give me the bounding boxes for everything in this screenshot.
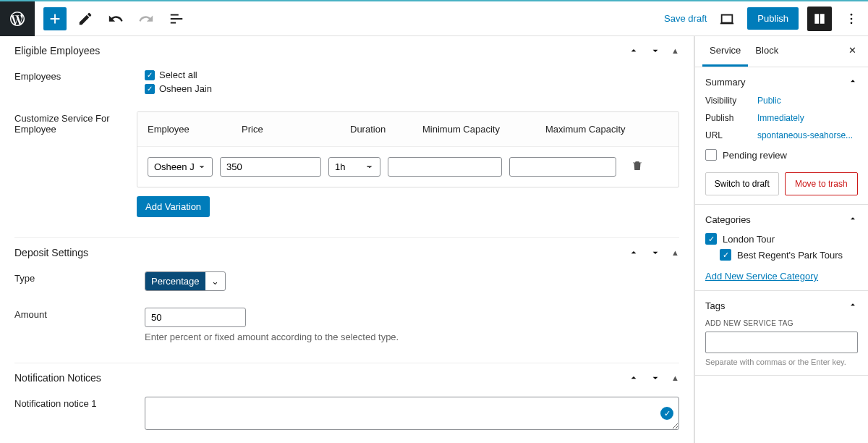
- type-select[interactable]: Percentage⌄: [145, 271, 226, 291]
- categories-panel: Categories ✓ London Tour ✓ Best Regent's…: [695, 205, 868, 291]
- move-to-trash-button[interactable]: Move to trash: [785, 172, 859, 195]
- section-title: Notification Notices: [14, 372, 101, 384]
- chevron-down-icon[interactable]: [650, 45, 661, 56]
- duration-select[interactable]: 1h: [328, 157, 380, 177]
- customize-label: Customize Service For Employee: [14, 111, 137, 217]
- eligible-employees-section: Eligible Employees ▲: [14, 36, 679, 62]
- tab-service[interactable]: Service: [702, 36, 748, 67]
- price-input[interactable]: [220, 157, 321, 177]
- close-icon[interactable]: ✕: [844, 36, 861, 67]
- employee-name: Osheen Jain: [159, 83, 212, 94]
- section-title: Eligible Employees: [14, 45, 100, 56]
- type-label: Type: [14, 271, 145, 293]
- svg-point-1: [851, 17, 853, 20]
- category-label: Best Regent's Park Tours: [737, 250, 843, 261]
- more-options-icon[interactable]: [841, 8, 862, 30]
- panel-title: Summary: [705, 77, 746, 88]
- col-min-cap: Minimum Capacity: [422, 124, 545, 135]
- notification-textarea[interactable]: [145, 397, 679, 430]
- trash-icon[interactable]: [631, 159, 644, 174]
- max-capacity-input[interactable]: [509, 157, 616, 177]
- category-checkbox[interactable]: ✓: [705, 233, 717, 245]
- pending-review-label: Pending review: [723, 150, 787, 161]
- tag-add-label: ADD NEW SERVICE TAG: [705, 319, 858, 327]
- topbar: Save draft Publish: [0, 1, 868, 36]
- summary-panel: Summary VisibilityPublic PublishImmediat…: [695, 67, 868, 205]
- publish-button[interactable]: Publish: [747, 7, 799, 30]
- add-category-link[interactable]: Add New Service Category: [705, 271, 818, 282]
- employee-select[interactable]: Osheen Jain: [148, 157, 213, 177]
- col-price: Price: [242, 124, 350, 135]
- section-title: Deposit Settings: [14, 247, 88, 258]
- chevron-down-icon[interactable]: [650, 372, 661, 384]
- edit-icon[interactable]: [74, 7, 97, 30]
- col-max-cap: Maximum Capacity: [545, 124, 668, 135]
- triangle-up-icon[interactable]: ▲: [671, 46, 679, 55]
- category-checkbox[interactable]: ✓: [720, 249, 731, 261]
- main-editor: Eligible Employees ▲ Employees Select al…: [0, 36, 694, 443]
- publish-link[interactable]: Immediately: [757, 113, 804, 123]
- switch-to-draft-button[interactable]: Switch to draft: [705, 172, 779, 195]
- url-link[interactable]: spontaneous-seahorse...: [757, 130, 853, 140]
- triangle-up-icon[interactable]: ▲: [671, 374, 679, 382]
- preview-icon[interactable]: [715, 7, 739, 30]
- panel-title: Categories: [705, 214, 751, 225]
- chevron-up-icon[interactable]: [628, 247, 639, 258]
- min-capacity-input[interactable]: [388, 157, 502, 177]
- employees-label: Employees: [14, 69, 145, 97]
- select-all-checkbox[interactable]: [145, 70, 155, 80]
- select-all-label: Select all: [159, 69, 197, 80]
- table-row: Osheen Jain 1h: [137, 147, 678, 187]
- amount-hint: Enter percent or fixed amount according …: [145, 332, 679, 342]
- deposit-settings-section: Deposit Settings ▲: [14, 238, 679, 264]
- undo-button[interactable]: [104, 7, 127, 30]
- triangle-up-icon[interactable]: ▲: [671, 248, 679, 257]
- wordpress-logo[interactable]: [0, 1, 35, 36]
- tag-input[interactable]: [705, 332, 858, 353]
- add-variation-button[interactable]: Add Variation: [137, 196, 210, 217]
- check-badge-icon: ✓: [660, 407, 673, 420]
- tag-hint: Separate with commas or the Enter key.: [705, 358, 858, 366]
- outline-icon[interactable]: [165, 7, 188, 30]
- chevron-up-icon[interactable]: [848, 300, 858, 312]
- redo-button[interactable]: [135, 7, 158, 30]
- col-duration: Duration: [350, 124, 422, 135]
- notification-notices-section: Notification Notices ▲: [14, 363, 679, 389]
- notification-label: Notification notice 1: [14, 397, 145, 432]
- amount-input[interactable]: [145, 308, 246, 327]
- col-employee: Employee: [148, 124, 242, 135]
- settings-sidebar: Service Block ✕ Summary VisibilityPublic…: [694, 36, 868, 443]
- chevron-up-icon[interactable]: [848, 76, 858, 88]
- employee-table: Employee Price Duration Minimum Capacity…: [137, 111, 679, 187]
- pending-review-checkbox[interactable]: [705, 149, 717, 161]
- visibility-link[interactable]: Public: [757, 96, 781, 106]
- employee-checkbox[interactable]: [145, 84, 155, 94]
- svg-point-0: [851, 13, 853, 15]
- save-draft-button[interactable]: Save draft: [664, 13, 707, 24]
- add-block-button[interactable]: [43, 7, 67, 30]
- chevron-up-icon[interactable]: [628, 372, 639, 384]
- chevron-up-icon[interactable]: [848, 214, 858, 226]
- tags-panel: Tags ADD NEW SERVICE TAG Separate with c…: [695, 291, 868, 376]
- chevron-up-icon[interactable]: [628, 45, 639, 56]
- amount-label: Amount: [14, 308, 145, 342]
- settings-panel-toggle[interactable]: [807, 7, 832, 31]
- category-label: London Tour: [723, 234, 775, 245]
- panel-title: Tags: [705, 300, 725, 311]
- chevron-down-icon[interactable]: [650, 247, 661, 258]
- tab-block[interactable]: Block: [748, 36, 786, 67]
- svg-point-2: [851, 22, 853, 24]
